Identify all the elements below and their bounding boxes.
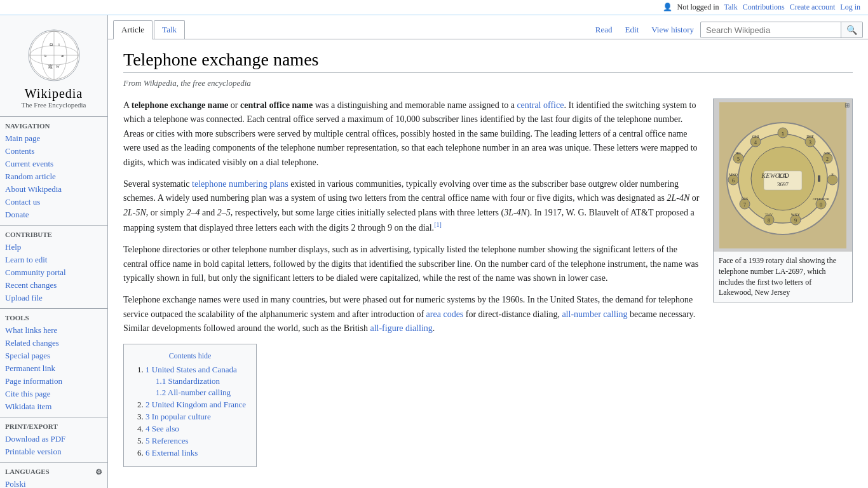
languages-section: Languages ⚙ Polski xyxy=(0,468,107,488)
sidebar-item-special-pages[interactable]: Special pages xyxy=(5,349,102,362)
toc-item: 1 United States and Canada 1.1 Standardi… xyxy=(146,365,246,398)
tab-read[interactable]: Read xyxy=(589,21,619,39)
all-number-calling-link[interactable]: all-number calling xyxy=(562,309,627,319)
svg-text:GHI: GHI xyxy=(752,135,759,139)
tab-view-history[interactable]: View history xyxy=(645,21,700,39)
contribute-heading: Contribute xyxy=(5,231,102,238)
svg-text:KEWOOD: KEWOOD xyxy=(761,172,790,179)
svg-text:1: 1 xyxy=(782,131,785,137)
toc-link-3[interactable]: 3 In popular culture xyxy=(146,412,211,421)
sidebar-item-download-pdf[interactable]: Download as PDF xyxy=(5,433,102,445)
sidebar-item-page-information[interactable]: Page information xyxy=(5,375,102,388)
print-heading: Print/export xyxy=(5,423,102,430)
toc-title: Contents hide xyxy=(134,351,246,361)
svg-text:Z: Z xyxy=(831,173,834,177)
sidebar-item-printable-version[interactable]: Printable version xyxy=(5,445,102,458)
tab-edit[interactable]: Edit xyxy=(619,21,646,39)
search-input[interactable] xyxy=(701,23,841,37)
expand-icon[interactable]: ⊞ xyxy=(844,102,850,109)
languages-gear-icon[interactable]: ⚙ xyxy=(95,468,102,477)
search-form: 🔍 xyxy=(700,22,863,38)
sidebar-item-wikidata-item[interactable]: Wikidata item xyxy=(5,400,102,413)
tools-section: Tools What links here Related changes Sp… xyxy=(0,314,107,413)
toc-link-4[interactable]: 4 See also xyxy=(146,424,179,433)
tools-heading: Tools xyxy=(5,314,102,322)
toc-hide-button[interactable]: hide xyxy=(198,351,212,360)
svg-rect-52 xyxy=(818,175,820,182)
telephone-numbering-plans-link[interactable]: telephone numbering plans xyxy=(192,179,288,189)
svg-text:5: 5 xyxy=(737,156,740,162)
toc-item: 3 In popular culture xyxy=(146,412,246,422)
tab-group-left: Article Talk xyxy=(113,20,186,39)
tab-talk[interactable]: Talk xyxy=(154,20,185,39)
contributions-link[interactable]: Contributions xyxy=(743,3,785,12)
toc-link-5[interactable]: 5 References xyxy=(146,436,189,445)
tab-bar: Article Talk Read Edit View history 🔍 xyxy=(108,15,868,39)
sidebar-item-community-portal[interactable]: Community portal xyxy=(5,266,102,279)
svg-text:DEF: DEF xyxy=(806,135,814,139)
central-office-link[interactable]: central office xyxy=(517,100,564,110)
svg-text:æ: æ xyxy=(61,53,64,58)
sidebar-item-about-wikipedia[interactable]: About Wikipedia xyxy=(5,183,102,196)
svg-text:OPERATOR: OPERATOR xyxy=(813,198,829,201)
create-account-link[interactable]: Create account xyxy=(790,3,836,12)
toc-link-1-2[interactable]: 1.2 All-number calling xyxy=(156,388,231,397)
toc-item: 2 United Kingdom and France xyxy=(146,400,246,410)
navigation-heading: Navigation xyxy=(5,122,102,130)
sidebar-item-permanent-link[interactable]: Permanent link xyxy=(5,362,102,375)
svg-text:8: 8 xyxy=(768,218,770,224)
toc-list: 1 United States and Canada 1.1 Standardi… xyxy=(134,365,246,458)
user-icon: 👤 xyxy=(663,3,672,12)
sidebar-item-cite-this-page[interactable]: Cite this page xyxy=(5,388,102,400)
infobox: ⊞ LA xyxy=(713,98,853,302)
footnote1-link[interactable]: [1] xyxy=(434,221,442,228)
sidebar-item-current-events[interactable]: Current events xyxy=(5,158,102,170)
sidebar-item-related-changes[interactable]: Related changes xyxy=(5,337,102,349)
sidebar-item-donate[interactable]: Donate xyxy=(5,208,102,221)
toc-link-6[interactable]: 6 External links xyxy=(146,448,198,458)
svg-text:WXY: WXY xyxy=(791,213,801,217)
page-title: Telephone exchange names xyxy=(123,50,853,73)
toc-item: 5 References xyxy=(146,436,246,446)
talk-link[interactable]: Talk xyxy=(724,3,738,12)
print-section: Print/export Download as PDF Printable v… xyxy=(0,423,107,458)
not-logged-in-label: Not logged in xyxy=(677,3,719,12)
sidebar-item-learn-to-edit[interactable]: Learn to edit xyxy=(5,254,102,266)
sidebar-item-what-links-here[interactable]: What links here xyxy=(5,324,102,337)
languages-heading: Languages ⚙ xyxy=(5,468,102,475)
toc-link-1-1[interactable]: 1.1 Standardization xyxy=(156,376,220,386)
svg-text:縦: 縦 xyxy=(48,64,53,69)
svg-text:PRS: PRS xyxy=(742,197,749,201)
tab-article[interactable]: Article xyxy=(113,20,153,39)
svg-text:6: 6 xyxy=(732,178,735,184)
infobox-caption: Face of a 1939 rotary dial showing the t… xyxy=(714,252,852,302)
sidebar-item-main-page[interactable]: Main page xyxy=(5,132,102,145)
sidebar-item-contents[interactable]: Contents xyxy=(5,145,102,158)
svg-text:2: 2 xyxy=(826,156,829,162)
svg-text:MNO: MNO xyxy=(729,173,738,177)
toc-link-1[interactable]: 1 United States and Canada xyxy=(146,365,237,374)
log-in-link[interactable]: Log in xyxy=(840,3,860,12)
svg-text:3697: 3697 xyxy=(777,181,789,187)
main-area: Article Talk Read Edit View history 🔍 Te… xyxy=(108,15,868,488)
sidebar-item-recent-changes[interactable]: Recent changes xyxy=(5,279,102,292)
area-codes-link[interactable]: area codes xyxy=(426,309,464,319)
sidebar-item-contact-us[interactable]: Contact us xyxy=(5,196,102,208)
rotary-dial-svg: LA KEWOOD 3697 1 DEF 3 ABC xyxy=(719,102,846,248)
sidebar-item-help[interactable]: Help xyxy=(5,241,102,254)
svg-text:Ω: Ω xyxy=(50,42,53,47)
sidebar-item-polski[interactable]: Polski xyxy=(5,478,102,488)
svg-text:4: 4 xyxy=(754,140,757,146)
svg-text:ABC: ABC xyxy=(824,151,831,155)
toc-link-2[interactable]: 2 United Kingdom and France xyxy=(146,400,246,409)
all-figure-dialling-link[interactable]: all-figure dialling xyxy=(370,323,432,333)
navigation-section: Navigation Main page Contents Current ev… xyxy=(0,122,107,221)
search-button[interactable]: 🔍 xyxy=(841,22,862,37)
contribute-section: Contribute Help Learn to edit Community … xyxy=(0,231,107,304)
content-area: Telephone exchange names From Wikipedia,… xyxy=(108,39,868,487)
toc-item: 4 See also xyxy=(146,424,246,434)
sidebar-item-random-article[interactable]: Random article xyxy=(5,170,102,183)
sidebar-item-upload-file[interactable]: Upload file xyxy=(5,292,102,304)
infobox-image: ⊞ LA xyxy=(714,99,852,252)
logo-area: Ω i k æ 縦 W Wikipedia The Free Encyclope… xyxy=(0,20,107,112)
